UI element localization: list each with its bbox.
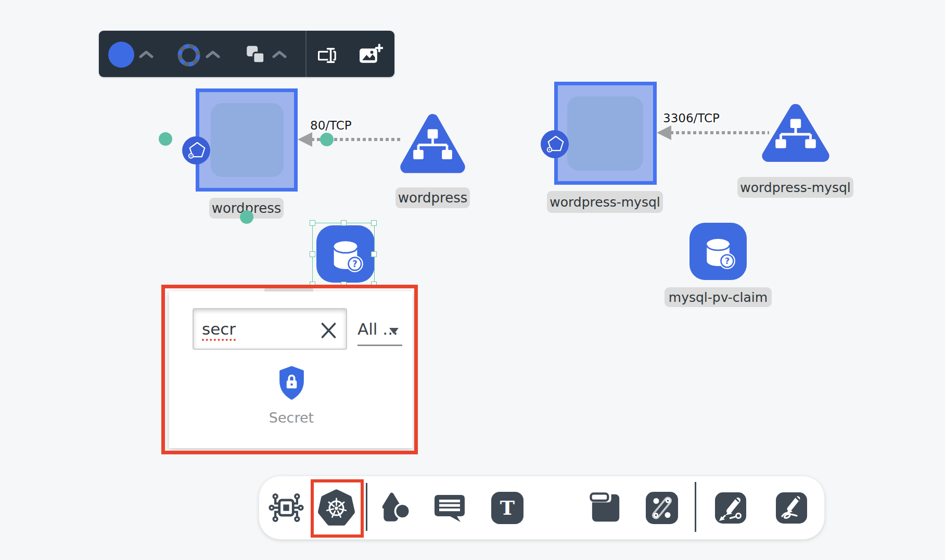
pen-polyline-tool-button[interactable] bbox=[715, 492, 746, 526]
chain-link-tool-button[interactable] bbox=[646, 492, 678, 526]
connection-handle[interactable] bbox=[240, 210, 253, 224]
resize-handle[interactable] bbox=[310, 251, 315, 257]
text-tool-button[interactable]: T bbox=[491, 492, 523, 526]
edge-arrow-head bbox=[298, 132, 312, 147]
connection-handle[interactable] bbox=[159, 132, 172, 146]
toolbar-divider bbox=[305, 31, 307, 77]
dropdown-caret-icon[interactable] bbox=[389, 328, 399, 334]
search-input-value: secr bbox=[202, 320, 236, 338]
kubernetes-tool-button[interactable] bbox=[316, 488, 356, 530]
resize-handle[interactable] bbox=[310, 282, 315, 287]
edge-arrow-head bbox=[657, 125, 671, 140]
node-label-deployment-wordpress-mysql[interactable]: wordpress-mysql bbox=[547, 191, 663, 213]
service-node-wordpress-mysql[interactable] bbox=[760, 99, 831, 169]
shapes-tool-button[interactable] bbox=[378, 490, 414, 528]
selection-box bbox=[312, 223, 375, 285]
deployment-node-wordpress-mysql[interactable] bbox=[554, 82, 657, 185]
copy-style-button[interactable] bbox=[244, 43, 267, 66]
comment-icon bbox=[433, 492, 466, 524]
diagram-canvas[interactable]: wordpress 80/TCP wordpress wordpress-mys… bbox=[0, 0, 945, 560]
comment-tool-button[interactable] bbox=[433, 492, 466, 526]
shapes-icon bbox=[378, 490, 414, 526]
connection-handle[interactable] bbox=[320, 133, 334, 146]
edge-mysql-service[interactable] bbox=[670, 131, 769, 134]
deployment-inner-shape bbox=[567, 96, 643, 171]
stroke-style-swatch[interactable] bbox=[176, 42, 202, 68]
svg-text:?: ? bbox=[725, 256, 730, 266]
fill-color-circle-icon bbox=[108, 42, 134, 68]
frame-icon bbox=[590, 492, 622, 524]
chevron-up-icon bbox=[206, 50, 220, 59]
resize-handle[interactable] bbox=[371, 251, 377, 257]
pencil-scribble-icon bbox=[776, 492, 807, 524]
frame-tool-button[interactable] bbox=[590, 492, 622, 526]
search-input[interactable]: secr bbox=[193, 308, 347, 350]
node-label-service-wordpress[interactable]: wordpress bbox=[395, 187, 470, 208]
fill-color-swatch[interactable] bbox=[108, 42, 134, 68]
secret-shield-icon bbox=[278, 362, 305, 405]
text-tool-icon: T bbox=[491, 492, 523, 524]
search-result-secret[interactable] bbox=[278, 362, 305, 407]
svg-text:T: T bbox=[500, 496, 515, 519]
copy-style-expand-button[interactable] bbox=[272, 50, 287, 59]
resize-handle[interactable] bbox=[310, 220, 315, 226]
pencil-scribble-tool-button[interactable] bbox=[776, 492, 807, 526]
style-toolbar bbox=[99, 31, 394, 77]
kubernetes-icon bbox=[316, 488, 356, 528]
resize-handle[interactable] bbox=[371, 220, 377, 226]
clear-search-icon[interactable] bbox=[321, 322, 337, 339]
resource-search-popup: secr All ... Secret bbox=[169, 291, 413, 448]
circuit-icon bbox=[267, 489, 305, 527]
pen-polyline-icon bbox=[715, 492, 746, 524]
add-image-button[interactable] bbox=[359, 44, 383, 66]
resize-handle[interactable] bbox=[341, 282, 347, 287]
pv-claim-node[interactable]: ? bbox=[689, 223, 747, 280]
toolbar-divider bbox=[695, 482, 696, 532]
search-result-label: Secret bbox=[250, 410, 333, 426]
copy-style-icon bbox=[244, 43, 267, 66]
deployment-node-wordpress[interactable] bbox=[196, 88, 298, 192]
tools-toolbar: T bbox=[259, 476, 825, 540]
service-node-wordpress[interactable] bbox=[399, 109, 467, 181]
fill-color-expand-button[interactable] bbox=[139, 50, 154, 59]
deployment-inner-shape bbox=[211, 103, 284, 177]
rename-field-icon bbox=[317, 46, 342, 65]
resize-handle[interactable] bbox=[341, 220, 347, 226]
circuit-tool-button[interactable] bbox=[267, 489, 305, 529]
edge-port-label[interactable]: 3306/TCP bbox=[663, 111, 720, 125]
chevron-up-icon bbox=[139, 50, 154, 59]
dashed-ring-icon bbox=[176, 42, 202, 68]
rename-button[interactable] bbox=[317, 46, 342, 65]
chain-link-icon bbox=[646, 492, 678, 524]
pod-badge-icon[interactable] bbox=[541, 130, 569, 158]
database-question-icon: ? bbox=[699, 232, 737, 271]
resize-handle[interactable] bbox=[371, 282, 377, 287]
toolbar-divider bbox=[366, 483, 367, 531]
pod-badge-icon[interactable] bbox=[182, 136, 210, 164]
stroke-style-expand-button[interactable] bbox=[206, 50, 220, 59]
node-label-pv-claim[interactable]: mysql-pv-claim bbox=[665, 287, 772, 307]
edge-port-label[interactable]: 80/TCP bbox=[310, 119, 352, 132]
add-image-icon bbox=[359, 44, 383, 66]
dropdown-underline bbox=[357, 345, 402, 346]
node-label-service-wordpress-mysql[interactable]: wordpress-mysql bbox=[737, 177, 853, 198]
chevron-up-icon bbox=[272, 50, 287, 59]
